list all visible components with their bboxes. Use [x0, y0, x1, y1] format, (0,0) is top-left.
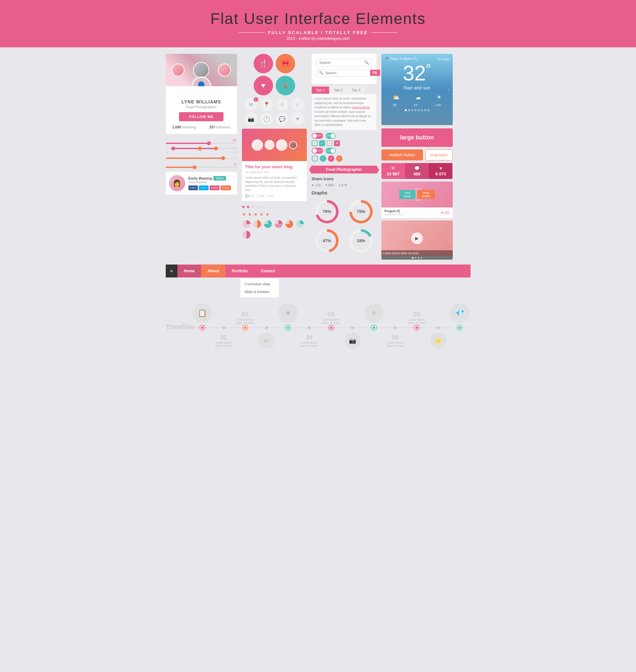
- mini-follow-button[interactable]: follow: [213, 176, 226, 181]
- more-details-button[interactable]: More details: [417, 190, 435, 199]
- tab3[interactable]: Tab 3: [347, 86, 365, 94]
- project-image: View larger More details: [381, 182, 453, 207]
- vdot2[interactable]: [415, 257, 416, 259]
- tab1[interactable]: Tab 1: [312, 86, 330, 94]
- wdot1[interactable]: [405, 109, 407, 111]
- facebook-button[interactable]: f 26 k: [188, 185, 198, 190]
- camera-icon[interactable]: 📷: [244, 113, 258, 125]
- wdot4[interactable]: [415, 109, 416, 111]
- dropdown-cv[interactable]: Curriculum vitae: [241, 280, 279, 288]
- slider4-thumb[interactable]: [193, 165, 197, 169]
- wdot6[interactable]: [421, 109, 423, 111]
- tab2[interactable]: Tab 2: [329, 86, 347, 94]
- round-check3[interactable]: ✓: [328, 155, 334, 162]
- slider3-track[interactable]: [166, 158, 237, 159]
- tw-share[interactable]: t 674: [339, 183, 347, 187]
- heart-notif-icon[interactable]: ♥: [291, 113, 304, 125]
- views-icon: 👁: [383, 166, 404, 171]
- medium-button[interactable]: medium button: [381, 149, 423, 161]
- slider2-thumb-mid[interactable]: [198, 146, 202, 150]
- vdot3[interactable]: [418, 257, 419, 259]
- toggle-on1[interactable]: ON: [325, 133, 336, 139]
- follow-button[interactable]: FOLLOW ME: [179, 112, 223, 121]
- heart-share[interactable]: ♥ 125: [312, 183, 321, 187]
- wdot2[interactable]: [408, 109, 410, 111]
- nav-home[interactable]: Home: [177, 265, 201, 277]
- tl-num03: 03: [327, 310, 334, 318]
- heart3[interactable]: ♥: [251, 204, 255, 210]
- search-icon[interactable]: 🔍: [364, 60, 369, 65]
- nav-portfolio[interactable]: Portfolio: [225, 265, 254, 277]
- project-date: september 2012: [385, 213, 403, 216]
- col3-panel: 🔍 🔍 OK Tab 1 Tab 2 Tab 3 Lorem ipsum dol…: [312, 54, 377, 260]
- heart4[interactable]: ♥: [256, 204, 259, 210]
- star5[interactable]: ★: [265, 212, 270, 217]
- rss-button[interactable]: ≡ 68 k: [221, 185, 231, 190]
- play-button[interactable]: ▶: [411, 232, 423, 244]
- large-button[interactable]: large button: [381, 128, 453, 147]
- view-larger-button[interactable]: View larger: [399, 190, 416, 199]
- weather-nav-icon[interactable]: ›: [448, 86, 450, 93]
- search-ok-input[interactable]: [325, 70, 370, 76]
- fb-share[interactable]: f 956: [325, 183, 334, 187]
- chat-icon[interactable]: 💬: [276, 113, 289, 125]
- slider3-thumb[interactable]: [221, 156, 225, 160]
- toggle-on2[interactable]: ON: [325, 148, 336, 154]
- fork-knife-icon[interactable]: 🍴: [254, 54, 273, 73]
- heart-icon-btn[interactable]: ♥: [254, 76, 273, 95]
- star4[interactable]: ★: [259, 212, 264, 217]
- check-icon[interactable]: ✓: [291, 98, 304, 111]
- star1[interactable]: ★: [242, 212, 246, 217]
- dropdown-skills[interactable]: Skills & hobbies: [241, 288, 279, 296]
- nav-contact[interactable]: Contact: [254, 265, 282, 277]
- toggle-off1[interactable]: OFF: [312, 133, 323, 139]
- slider1-thumb[interactable]: [207, 141, 211, 145]
- wdot3[interactable]: [411, 109, 413, 111]
- wdot8[interactable]: [428, 109, 430, 111]
- star2[interactable]: ★: [248, 212, 252, 217]
- video-nav-right[interactable]: ›: [449, 237, 451, 243]
- twitter-button[interactable]: t 12 k: [199, 185, 208, 190]
- round-check1[interactable]: ✓: [312, 155, 318, 162]
- menu-icon[interactable]: ≡: [276, 98, 289, 111]
- toggle-row2: OFF ON: [312, 148, 377, 154]
- tl-node6: [308, 326, 311, 329]
- wdot5[interactable]: [418, 109, 420, 111]
- round-check2[interactable]: ✓: [320, 155, 326, 162]
- location-icon[interactable]: 📍: [260, 98, 273, 111]
- hamburger-icon[interactable]: ≡: [166, 265, 177, 278]
- video-nav-left[interactable]: ‹: [383, 237, 385, 243]
- vdot4[interactable]: [421, 257, 422, 259]
- slider4-track[interactable]: [166, 167, 237, 168]
- check-checkbox[interactable]: ✓: [319, 140, 325, 146]
- tl-num01: 01: [242, 310, 249, 318]
- clock-icon[interactable]: 🕐: [260, 113, 273, 125]
- wdot7[interactable]: [424, 109, 426, 111]
- search-input[interactable]: [319, 61, 364, 64]
- heart2[interactable]: ♥: [246, 204, 250, 210]
- minus-checkbox[interactable]: −: [326, 140, 333, 146]
- deer-icon[interactable]: 🦌: [276, 76, 295, 95]
- slider2-thumb-left[interactable]: [171, 146, 175, 150]
- star3[interactable]: ★: [254, 212, 258, 217]
- vdot1[interactable]: [412, 257, 414, 259]
- plus-checkbox[interactable]: +: [312, 140, 318, 146]
- heart5[interactable]: ♥: [261, 204, 264, 210]
- email-notif-icon[interactable]: ✉ 3: [244, 98, 258, 111]
- share-row: ♥ 125 f 956 t 674: [312, 183, 377, 187]
- slider2-thumb-right[interactable]: [214, 146, 218, 150]
- nav-about[interactable]: About: [201, 265, 225, 277]
- slider1-track[interactable]: [166, 143, 237, 144]
- x-checkbox[interactable]: ✕: [334, 140, 340, 146]
- weather-card: 📍 Today In Miami, FL 15:14 pm 32° Rain a…: [381, 54, 453, 125]
- small-button[interactable]: small button: [425, 149, 453, 161]
- toggle-off2[interactable]: OFF: [312, 148, 323, 154]
- tl-step3-top: 03 Lorem ipsumdolor sit amet: [320, 309, 341, 325]
- round-check4[interactable]: ✓: [336, 155, 342, 162]
- search-ok-button[interactable]: OK: [370, 70, 380, 76]
- ribbon-icon[interactable]: 🎀: [276, 54, 295, 73]
- pinterest-button[interactable]: p 35 k: [210, 185, 220, 190]
- tl-icon-diamond: 💎: [449, 303, 470, 325]
- project-like[interactable]: ♥ 125: [441, 211, 449, 215]
- heart1[interactable]: ♥: [242, 204, 245, 210]
